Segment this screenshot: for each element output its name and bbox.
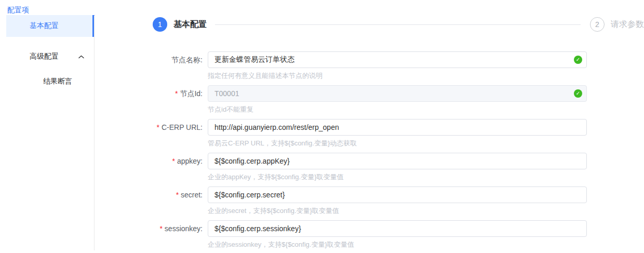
form-row-sessionkey: sessionkey: 企业的sessionkey，支持${$config.变量… [153, 220, 644, 249]
form-row-secret: secret: 企业的secret，支持${$config.变量}取变量值 [153, 187, 644, 216]
node-name-input[interactable] [208, 51, 587, 68]
secret-label: secret: [153, 187, 208, 216]
main-content: 1 基本配置 2 请求参数 节点名称: ✓ 指定任何有意义且能描述本节点的说明 … [153, 17, 644, 253]
secret-input[interactable] [208, 187, 587, 203]
sidebar-item-label: 高级配置 [30, 52, 59, 61]
node-id-input [208, 85, 587, 102]
step-connector-line [215, 24, 581, 25]
sidebar-title: 配置项 [0, 0, 95, 15]
node-id-label: 节点Id: [153, 85, 208, 114]
cerp-url-helper: 管易云C-ERP URL，支持${$config.变量}动态获取 [208, 139, 587, 148]
node-name-label: 节点名称: [153, 51, 208, 81]
step-1-indicator: 1 [153, 17, 167, 32]
success-check-icon: ✓ [574, 56, 582, 64]
step-1-title: 基本配置 [173, 19, 207, 30]
config-sidebar: 配置项 基本配置 高级配置 结果断言 [0, 0, 95, 253]
cerp-url-label: C-ERP URL: [153, 119, 208, 148]
sidebar-divider [94, 16, 95, 250]
appkey-label: appkey: [153, 153, 208, 182]
node-config-page: 配置项 基本配置 高级配置 结果断言 1 基本配置 2 请求参数 节点名称: [0, 0, 644, 253]
secret-helper: 企业的secret，支持${$config.变量}取变量值 [208, 206, 587, 216]
node-id-helper: 节点id不能重复 [208, 105, 587, 114]
sessionkey-helper: 企业的sessionkey，支持${$config.变量}取变量值 [208, 240, 587, 249]
sidebar-item-advanced-config[interactable]: 高级配置 [0, 51, 95, 62]
sessionkey-label: sessionkey: [153, 220, 208, 249]
appkey-helper: 企业的appKey，支持${$config.变量}取变量值 [208, 172, 587, 182]
sidebar-item-label: 结果断言 [43, 77, 72, 86]
basic-config-form: 节点名称: ✓ 指定任何有意义且能描述本节点的说明 节点Id: ✓ 节点 [153, 51, 644, 249]
sessionkey-input[interactable] [208, 220, 587, 237]
sidebar-item-label: 基本配置 [30, 21, 59, 31]
form-row-node-id: 节点Id: ✓ 节点id不能重复 [153, 85, 644, 114]
form-row-cerp-url: C-ERP URL: 管易云C-ERP URL，支持${$config.变量}动… [153, 119, 644, 148]
sidebar-item-result-assertion[interactable]: 结果断言 [0, 76, 95, 87]
sidebar-item-basic-config[interactable]: 基本配置 [6, 15, 95, 37]
node-name-helper: 指定任何有意义且能描述本节点的说明 [208, 71, 587, 81]
success-check-icon: ✓ [574, 89, 582, 98]
form-row-appkey: appkey: 企业的appKey，支持${$config.变量}取变量值 [153, 153, 644, 182]
step-wizard: 1 基本配置 2 请求参数 [153, 17, 644, 32]
appkey-input[interactable] [208, 153, 587, 169]
cerp-url-input[interactable] [208, 119, 587, 136]
step-2-indicator: 2 [590, 17, 605, 32]
chevron-up-icon [78, 55, 84, 59]
form-row-node-name: 节点名称: ✓ 指定任何有意义且能描述本节点的说明 [153, 51, 644, 81]
step-2-title: 请求参数 [611, 19, 644, 30]
